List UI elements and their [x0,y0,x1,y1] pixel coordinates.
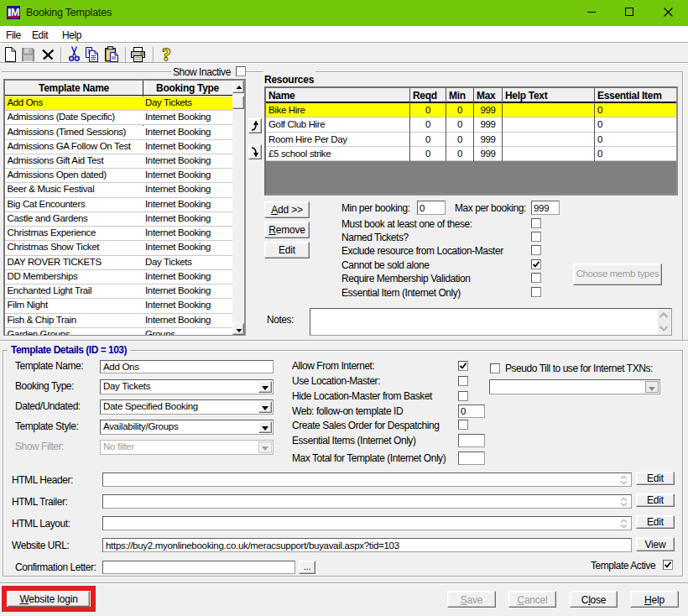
svg-text:?: ? [162,45,171,63]
